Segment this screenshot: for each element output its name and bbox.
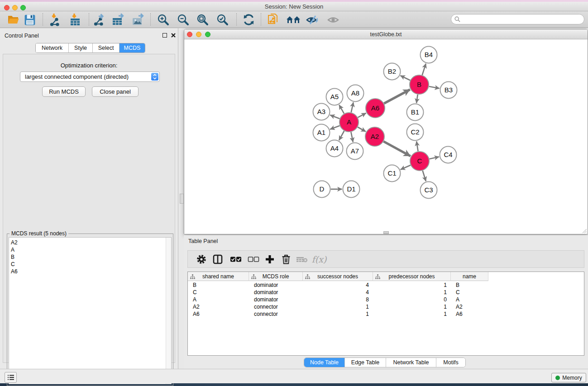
tab-select[interactable]: Select [93,43,120,52]
zoom-fit-button[interactable] [195,12,211,27]
table-cell[interactable]: 1 [373,289,451,296]
graph-edge[interactable] [351,132,353,142]
task-history-button[interactable] [5,372,17,383]
deselect-all-columns-button[interactable] [246,252,261,267]
network-window-titlebar[interactable]: testGlobe.txt [184,29,588,39]
refresh-button[interactable] [240,12,257,27]
graph-edge[interactable] [422,64,426,76]
zoom-out-button[interactable] [175,12,191,27]
table-cell[interactable]: C [188,289,249,296]
table-row[interactable]: A6connector11A6 [188,310,584,318]
column-header-name[interactable]: name [451,272,488,281]
open-session-button[interactable] [5,12,22,27]
table-row[interactable]: Cdominator41C [188,289,584,296]
delete-column-button[interactable] [279,252,293,267]
result-item[interactable]: A2 [11,239,171,246]
table-cell[interactable]: dominator [249,296,303,303]
graph-edge[interactable] [339,105,344,114]
show-all-button[interactable] [325,12,341,27]
graph-edge[interactable] [358,127,366,132]
tab-network[interactable]: Network [36,43,69,52]
table-cell[interactable]: 1 [303,303,373,310]
float-panel-icon[interactable] [163,33,167,38]
search-input[interactable] [451,14,584,24]
graph-edge[interactable] [400,76,410,81]
graph-edge[interactable] [429,86,440,88]
show-columns-button[interactable] [210,252,225,267]
table-row[interactable]: A2connector11A2 [188,303,584,310]
table-cell[interactable]: 1 [373,303,451,310]
result-scrollbar[interactable] [166,238,171,384]
result-item[interactable]: A [11,246,171,253]
column-header-predecessor-nodes[interactable]: predecessor nodes [373,272,451,281]
new-network-from-selection-button[interactable] [265,12,281,27]
table-row[interactable]: Bdominator41B [188,281,584,289]
graph-edge[interactable] [330,126,339,129]
column-header-successor-nodes[interactable]: successor nodes [303,272,373,281]
result-item[interactable]: A6 [11,268,171,275]
table-cell[interactable]: B [451,281,488,289]
select-all-columns-button[interactable] [229,252,243,267]
save-session-button[interactable] [22,12,38,27]
graph-edge[interactable] [339,131,344,140]
run-mcds-button[interactable]: Run MCDS [42,86,86,97]
tab-mcds[interactable]: MCDS [120,43,145,52]
table-cell[interactable]: A [451,296,488,303]
graph-edge[interactable] [384,90,410,104]
graph-edge[interactable] [383,142,410,156]
table-cell[interactable]: B [188,281,249,289]
table-cell[interactable]: connector [249,303,303,310]
splitter-handle[interactable] [180,194,184,204]
table-cell[interactable]: 4 [303,289,373,296]
table-cell[interactable]: A6 [188,310,249,318]
table-row[interactable]: Adominator80A [188,296,584,303]
close-panel-button[interactable]: Close panel [92,86,139,97]
result-item[interactable]: C [11,261,171,268]
window-resize-grip[interactable] [582,228,587,234]
graph-edge[interactable] [401,165,411,170]
table-cell[interactable]: C [451,289,488,296]
column-header-shared-name[interactable]: shared name [188,272,249,281]
table-cell[interactable]: 0 [373,296,451,303]
import-network-button[interactable] [47,12,63,27]
memory-button[interactable]: Memory [551,373,586,382]
graph-edge[interactable] [358,113,366,118]
graph-edge[interactable] [330,115,339,119]
close-panel-icon[interactable] [171,33,176,38]
table-cell[interactable]: dominator [249,289,303,296]
table-cell[interactable]: 4 [303,281,373,289]
mcds-result-list[interactable]: A2ABCA6 [9,237,172,384]
function-builder-button[interactable]: f(x) [312,252,326,267]
table-cell[interactable]: 1 [373,281,451,289]
graph-edge[interactable] [416,141,418,151]
first-neighbors-button[interactable] [285,12,301,27]
import-table-button[interactable] [67,12,83,27]
tab-node-table[interactable]: Node Table [304,358,345,367]
tab-motifs[interactable]: Motifs [436,358,465,367]
table-cell[interactable]: 1 [303,310,373,318]
optimization-criterion-select[interactable]: largest connected component (directed) [20,71,160,82]
result-item[interactable]: B [11,253,171,261]
export-network-button[interactable] [91,12,107,27]
graph-edge[interactable] [416,95,418,103]
hide-selected-button[interactable] [304,12,320,27]
column-header-MCDS-role[interactable]: MCDS role [249,272,303,281]
export-table-button[interactable] [110,12,126,27]
table-cell[interactable]: A2 [451,303,488,310]
tab-style[interactable]: Style [69,43,93,52]
table-cell[interactable]: 1 [373,310,451,318]
zoom-in-button[interactable] [155,12,172,27]
table-cell[interactable]: connector [249,310,303,318]
graph-edge[interactable] [423,171,426,181]
create-column-button[interactable] [263,252,277,267]
tab-edge-table[interactable]: Edge Table [345,358,386,367]
graph-edge[interactable] [429,157,439,159]
zoom-selected-button[interactable] [215,12,231,27]
settings-gear-button[interactable] [194,252,209,267]
table-cell[interactable]: A6 [451,310,488,318]
delete-table-button[interactable] [295,252,309,267]
graph-edge[interactable] [351,102,354,112]
network-hscroll-thumb[interactable] [383,231,389,234]
table-cell[interactable]: dominator [249,281,303,289]
table-cell[interactable]: A [188,296,249,303]
